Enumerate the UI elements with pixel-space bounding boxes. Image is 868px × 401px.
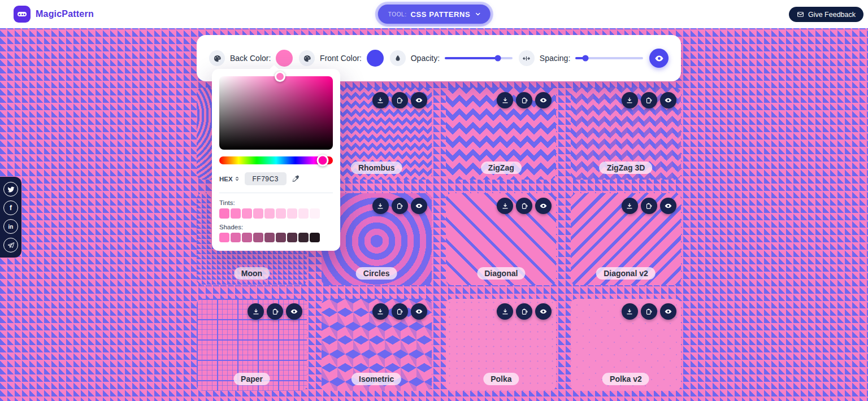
tint-swatch[interactable]: [310, 208, 320, 219]
preview-button[interactable]: [535, 303, 552, 320]
download-button[interactable]: [372, 92, 389, 108]
preview-button[interactable]: [660, 303, 676, 320]
preview-button[interactable]: [411, 92, 427, 108]
hue-slider[interactable]: [219, 156, 333, 164]
pattern-card[interactable]: Polka: [446, 299, 556, 391]
spacing-slider-thumb[interactable]: [583, 55, 589, 62]
copy-css-button[interactable]: [267, 303, 283, 320]
page-background: Rhombus ZigZag ZigZa: [0, 0, 868, 401]
copy-css-button[interactable]: [641, 92, 657, 108]
shade-swatch[interactable]: [242, 233, 252, 243]
copy-css-button[interactable]: [516, 198, 532, 214]
tool-selector-dropdown[interactable]: TOOL: CSS PATTERNS: [378, 5, 491, 24]
pattern-card[interactable]: Isometric: [322, 299, 432, 391]
download-button[interactable]: [248, 303, 264, 320]
pattern-card[interactable]: Diagonal v2: [571, 193, 681, 285]
tint-swatch[interactable]: [276, 208, 286, 219]
tints-label: Tints:: [219, 199, 333, 206]
download-button[interactable]: [622, 303, 638, 320]
shade-swatch[interactable]: [287, 233, 297, 243]
download-button[interactable]: [497, 198, 513, 214]
download-button[interactable]: [372, 303, 389, 320]
pattern-name-label: Rhombus: [351, 162, 402, 174]
eye-icon: [415, 307, 423, 316]
pattern-card[interactable]: ZigZag: [446, 88, 556, 180]
tint-swatch[interactable]: [287, 208, 297, 219]
front-color-swatch[interactable]: [367, 50, 384, 67]
opacity-slider[interactable]: [445, 57, 513, 59]
download-icon: [501, 97, 509, 104]
hex-row: HEX: [219, 172, 333, 185]
pattern-card[interactable]: Polka v2: [571, 299, 681, 391]
preview-toggle-button[interactable]: [649, 49, 669, 68]
back-color-swatch[interactable]: [276, 50, 293, 67]
download-button[interactable]: [622, 92, 638, 108]
shade-swatch[interactable]: [219, 233, 229, 243]
palette-icon: [209, 50, 225, 66]
copy-css-button[interactable]: [641, 198, 657, 214]
preview-button[interactable]: [286, 303, 302, 320]
card-actions: [497, 92, 552, 108]
tint-swatch[interactable]: [253, 208, 263, 219]
pattern-name-label: Diagonal: [477, 267, 525, 280]
shade-swatch[interactable]: [231, 233, 241, 243]
tint-swatch[interactable]: [219, 208, 229, 219]
preview-button[interactable]: [411, 198, 427, 214]
copy-icon: [520, 202, 528, 210]
telegram-share-button[interactable]: [3, 238, 18, 252]
tint-swatch[interactable]: [298, 208, 309, 219]
tint-swatch[interactable]: [264, 208, 275, 219]
saturation-handle[interactable]: [275, 71, 285, 82]
eye-icon: [290, 307, 298, 316]
pattern-card[interactable]: Diagonal: [446, 193, 556, 285]
copy-css-button[interactable]: [392, 303, 408, 320]
brand-logo[interactable]: MagicPattern: [14, 6, 94, 23]
linkedin-share-button[interactable]: in: [3, 219, 18, 234]
hue-handle[interactable]: [316, 155, 328, 167]
hex-input[interactable]: [245, 172, 287, 185]
shade-swatch[interactable]: [253, 233, 263, 243]
preview-button[interactable]: [535, 92, 552, 108]
eyedropper-icon[interactable]: [291, 175, 300, 183]
saturation-area[interactable]: [219, 76, 333, 150]
tint-swatch[interactable]: [242, 208, 252, 219]
copy-css-button[interactable]: [392, 198, 408, 214]
preview-button[interactable]: [411, 303, 427, 320]
copy-css-button[interactable]: [641, 303, 657, 320]
pattern-card[interactable]: ZigZag 3D: [571, 88, 681, 180]
download-icon: [376, 97, 384, 104]
download-button[interactable]: [497, 303, 513, 320]
tool-name-label: CSS PATTERNS: [411, 10, 471, 19]
copy-icon: [520, 97, 528, 104]
preview-button[interactable]: [660, 198, 676, 214]
shade-swatch[interactable]: [264, 233, 275, 243]
copy-css-button[interactable]: [516, 92, 532, 108]
pattern-name-label: Paper: [233, 373, 270, 385]
shade-swatch[interactable]: [276, 233, 286, 243]
hex-mode-toggle[interactable]: HEX: [219, 176, 240, 182]
pattern-card[interactable]: Paper: [197, 299, 307, 391]
download-button[interactable]: [622, 198, 638, 214]
tint-swatch[interactable]: [231, 208, 241, 219]
spacing-slider[interactable]: [575, 57, 643, 59]
copy-icon: [271, 308, 279, 316]
card-actions: [372, 303, 427, 320]
copy-css-button[interactable]: [516, 303, 532, 320]
download-icon: [376, 202, 384, 210]
facebook-share-button[interactable]: f: [3, 200, 18, 215]
twitter-share-button[interactable]: [3, 182, 18, 197]
copy-css-button[interactable]: [392, 92, 408, 108]
shade-swatch[interactable]: [310, 233, 320, 243]
pattern-name-label: ZigZag 3D: [600, 162, 653, 174]
preview-button[interactable]: [535, 198, 552, 214]
download-button[interactable]: [372, 198, 389, 214]
preview-button[interactable]: [660, 92, 676, 108]
download-button[interactable]: [497, 92, 513, 108]
brand-logo-icon: [14, 6, 31, 23]
copy-icon: [396, 308, 403, 316]
opacity-slider-thumb[interactable]: [494, 55, 501, 62]
give-feedback-button[interactable]: Give Feedback: [789, 7, 863, 22]
eye-icon: [664, 96, 672, 104]
shade-swatch[interactable]: [298, 233, 309, 243]
copy-icon: [396, 97, 403, 104]
